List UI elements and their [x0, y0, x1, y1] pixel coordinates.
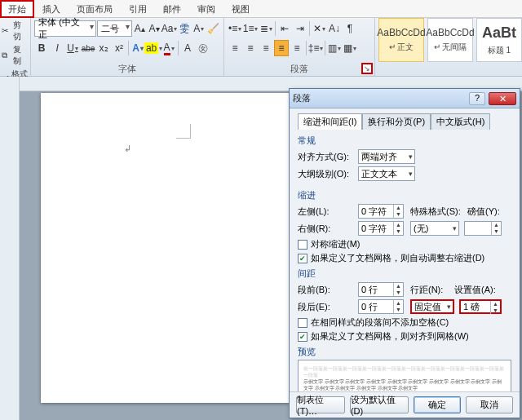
underline-button[interactable]: U [65, 40, 80, 56]
hanging-value-label: 磅值(Y): [467, 206, 508, 218]
outline-label: 大纲级别(O): [298, 168, 358, 180]
font-color-button[interactable]: A [161, 40, 176, 56]
style-nospacing[interactable]: AaBbCcDd ↵ 无间隔 [427, 18, 473, 62]
borders-button[interactable]: ▦ [343, 40, 357, 56]
italic-button[interactable]: I [50, 40, 64, 56]
style-heading1[interactable]: AaBt 标题 1 [476, 18, 522, 62]
copy-button[interactable]: ⧉复制 [2, 44, 29, 67]
space-before-label: 段前(B): [298, 284, 358, 296]
menu-layout[interactable]: 页面布局 [69, 0, 121, 18]
menu-review[interactable]: 审阅 [189, 0, 223, 18]
multilevel-button[interactable]: ≣ [259, 20, 273, 37]
section-general: 常规 [298, 135, 511, 147]
justify-button[interactable]: ≡ [274, 40, 289, 56]
asian-layout-button[interactable]: ✕ [312, 20, 326, 37]
bullets-button[interactable]: •≡ [228, 20, 242, 37]
align-center-button[interactable]: ≡ [243, 40, 258, 56]
enclose-char-button[interactable]: ㊛ [196, 40, 210, 56]
no-space-same-style-check[interactable]: 在相同样式的段落间不添加空格(C) [298, 316, 511, 329]
space-after-label: 段后(E): [298, 301, 358, 313]
show-marks-button[interactable]: ¶ [343, 20, 357, 37]
tab-indent-spacing[interactable]: 缩进和间距(I) [298, 113, 362, 130]
align-right-button[interactable]: ≡ [259, 40, 273, 56]
tabstops-button[interactable]: 制表位(T)… [296, 396, 345, 413]
alignment-label: 对齐方式(G): [298, 151, 358, 163]
menu-reference[interactable]: 引用 [121, 0, 155, 18]
phonetic-guide-button[interactable]: 雯 [178, 20, 192, 37]
text-effects-button[interactable]: A [130, 40, 145, 56]
tab-line-page-breaks[interactable]: 换行和分页(P) [362, 113, 431, 130]
section-indent: 缩进 [298, 189, 511, 201]
font-size-combo[interactable]: 二号 [97, 20, 131, 37]
preview-box: 前一段落前一段落前一段落前一段落前一段落前一段落前一段落前一段落前一段落前一段落… [298, 360, 511, 391]
menu-insert[interactable]: 插入 [34, 0, 69, 18]
set-default-button[interactable]: 设为默认值(D) [350, 396, 409, 413]
close-button[interactable]: ✕ [489, 92, 516, 105]
highlight-button[interactable]: ab [146, 40, 161, 56]
strike-button[interactable]: abe [81, 40, 95, 56]
dialog-footer: 制表位(T)… 设为默认值(D) 确定 取消 [290, 391, 520, 418]
mirror-indent-check[interactable]: 对称缩进(M) [298, 238, 511, 250]
paragraph-dialog-launcher[interactable]: ↘ [361, 63, 373, 74]
font-group: 宋体 (中文正 二号 A▴ A▾ Aa 雯 A 🧹 B I U abe x₂ x… [31, 18, 224, 76]
alignment-combo[interactable]: 两端对齐 [358, 149, 415, 164]
margin-mark [176, 124, 191, 139]
cancel-button[interactable]: 取消 [466, 396, 513, 413]
ok-button[interactable]: 确定 [414, 396, 461, 413]
snap-to-grid-check[interactable]: ✔如果定义了文档网格，则对齐到网格(W) [298, 330, 511, 343]
tab-asian-typography[interactable]: 中文版式(H) [431, 113, 490, 130]
increase-indent-button[interactable]: ⇥ [293, 20, 307, 37]
numbering-button[interactable]: 1≡ [243, 20, 258, 37]
align-left-button[interactable]: ≡ [228, 40, 242, 56]
document-page[interactable]: ↲ [41, 93, 290, 403]
dialog-title: 段落 [293, 92, 469, 104]
menu-mail[interactable]: 邮件 [155, 0, 189, 18]
copy-icon: ⧉ [2, 51, 11, 60]
line-spacing-combo[interactable]: 固定值 [410, 299, 454, 314]
subscript-button[interactable]: x₂ [96, 40, 111, 56]
hanging-value-spinner[interactable]: ▲▼ [464, 221, 502, 236]
outline-level-combo[interactable]: 正文文本 [358, 166, 415, 181]
paragraph-dialog: 段落 ? ✕ 缩进和间距(I) 换行和分页(P) 中文版式(H) 常规 对齐方式… [289, 88, 520, 418]
indent-left-spinner[interactable]: 0 字符▲▼ [358, 204, 404, 219]
font-name-combo[interactable]: 宋体 (中文正 [34, 20, 96, 37]
auto-adjust-right-indent-check[interactable]: ✔如果定义了文档网格，则自动调整右缩进(D) [298, 252, 511, 264]
bold-button[interactable]: B [34, 40, 49, 56]
distribute-button[interactable]: ≡ [290, 40, 304, 56]
special-indent-combo[interactable]: (无) [410, 221, 459, 236]
dialog-titlebar[interactable]: 段落 ? ✕ [290, 89, 520, 108]
sort-button[interactable]: A↓ [327, 20, 342, 37]
ribbon: ✂剪切 ⧉复制 🖌格式刷 宋体 (中文正 二号 A▴ A▾ Aa 雯 A 🧹 B… [0, 18, 522, 77]
char-border-button[interactable]: A [192, 20, 206, 37]
dialog-body: 缩进和间距(I) 换行和分页(P) 中文版式(H) 常规 对齐方式(G): 两端… [290, 108, 520, 391]
menu-bar: 开始 插入 页面布局 引用 邮件 审阅 视图 [0, 0, 522, 18]
section-spacing: 间距 [298, 267, 511, 280]
line-spacing-button[interactable]: ‡≡ [308, 40, 323, 56]
grow-font-button[interactable]: A▴ [133, 20, 147, 37]
help-button[interactable]: ? [469, 92, 485, 105]
paragraph-group: •≡ 1≡ ≣ ⇤ ⇥ ✕ A↓ ¶ ≡ ≡ ≡ ≡ ≡ ‡≡ ▥ ▦ 段落 ↘ [224, 18, 375, 76]
change-case-button[interactable]: Aa [162, 20, 177, 37]
char-shading-button[interactable]: A [180, 40, 195, 56]
menu-view[interactable]: 视图 [223, 0, 258, 18]
scissors-icon: ✂ [2, 26, 11, 36]
decrease-indent-button[interactable]: ⇤ [277, 20, 292, 37]
styles-group: AaBbCcDd ↵ 正文 AaBbCcDd ↵ 无间隔 AaBt 标题 1 [375, 18, 522, 76]
style-normal[interactable]: AaBbCcDd ↵ 正文 [378, 18, 424, 62]
line-spacing-label: 行距(N): [410, 284, 454, 296]
superscript-button[interactable]: x² [112, 40, 126, 56]
ruler-corner [0, 77, 20, 420]
space-before-spinner[interactable]: 0 行▲▼ [358, 282, 404, 297]
cut-button[interactable]: ✂剪切 [2, 20, 29, 42]
paragraph-group-caption: 段落 [224, 63, 374, 75]
shading-button[interactable]: ▥ [327, 40, 342, 56]
indent-left-label: 左侧(L): [298, 206, 358, 218]
menu-start[interactable]: 开始 [0, 0, 34, 18]
line-spacing-at-spinner[interactable]: 1 磅▲▼ [459, 299, 502, 314]
special-label: 特殊格式(S): [410, 206, 467, 218]
clear-format-button[interactable]: 🧹 [206, 20, 220, 37]
indent-right-spinner[interactable]: 0 字符▲▼ [358, 221, 404, 236]
shrink-font-button[interactable]: A▾ [148, 20, 161, 37]
space-after-spinner[interactable]: 0 行▲▼ [358, 299, 404, 314]
section-preview: 预览 [298, 346, 511, 358]
